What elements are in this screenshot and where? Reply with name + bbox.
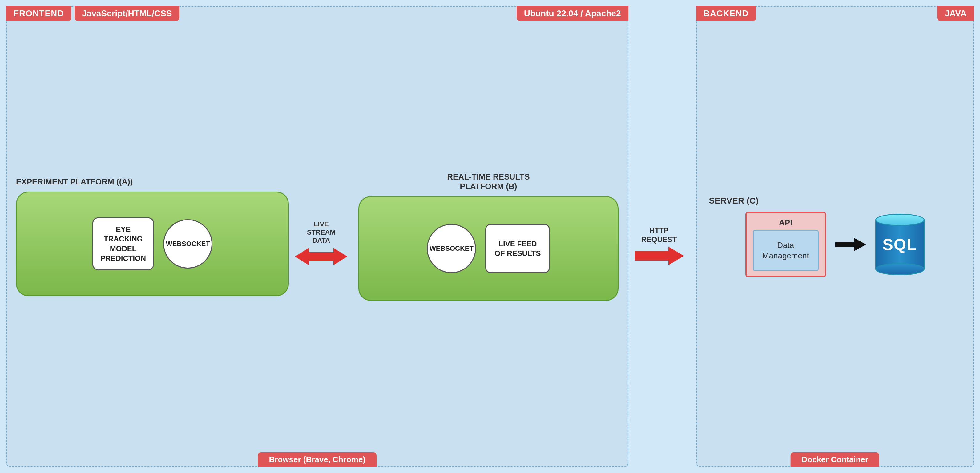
arrow-left-head [295, 248, 309, 265]
websocket-circle-a: WEBSOCKET [163, 219, 212, 269]
http-arrow-section: HTTP REQUEST [628, 6, 690, 467]
results-platform-wrap: REAL-TIME RESULTSPLATFORM (B) WEBSOCKET … [358, 172, 618, 301]
server-sql-row: API DataManagement SQL [706, 212, 964, 277]
arrow-right-head [333, 248, 347, 265]
experiment-platform-container: EYE TRACKINGMODELPREDICTION WEBSOCKET [16, 191, 289, 296]
websocket-circle-b: WEBSOCKET [427, 224, 476, 273]
db-arrow [835, 238, 866, 251]
cyl-top [875, 214, 924, 226]
eye-tracking-box: EYE TRACKINGMODELPREDICTION [92, 217, 154, 270]
http-arrow [635, 247, 684, 265]
main-layout: FRONTEND JavaScript/HTML/CSS Ubuntu 22.0… [6, 6, 974, 467]
cyl-body: SQL [875, 220, 924, 269]
live-feed-box: LIVE FEEDOF RESULTS [485, 224, 550, 273]
experiment-platform-label: EXPERIMENT PLATFORM ((A)) [16, 177, 289, 186]
results-platform-container: WEBSOCKET LIVE FEEDOF RESULTS [358, 196, 618, 301]
js-tech-tag: JavaScript/HTML/CSS [75, 6, 180, 21]
backend-inner: SERVER (C) API DataManagement [706, 196, 964, 277]
frontend-panel: FRONTEND JavaScript/HTML/CSS Ubuntu 22.0… [6, 6, 628, 467]
http-arrowhead [668, 247, 684, 265]
live-stream-arrow-section: LIVE STREAM DATA [289, 208, 353, 265]
sql-cylinder: SQL [875, 214, 924, 275]
browser-tag: Browser (Brave, Chrome) [258, 452, 377, 467]
db-arrow-shaft [835, 242, 854, 247]
results-platform-label: REAL-TIME RESULTSPLATFORM (B) [358, 172, 618, 191]
http-arrow-shaft [635, 251, 668, 261]
api-label: API [779, 218, 792, 228]
server-label: SERVER (C) [709, 196, 759, 206]
live-stream-label: LIVE STREAM DATA [307, 220, 336, 245]
backend-tag: BACKEND [696, 6, 756, 21]
experiment-platform-wrap: EXPERIMENT PLATFORM ((A)) EYE TRACKINGMO… [16, 177, 289, 296]
docker-tag: Docker Container [790, 452, 879, 467]
cyl-bottom [875, 263, 924, 275]
java-tag: JAVA [937, 6, 974, 21]
data-management-box: DataManagement [753, 230, 819, 271]
backend-panel: BACKEND JAVA Docker Container SERVER (C)… [696, 6, 974, 467]
http-request-label: HTTP REQUEST [641, 226, 677, 244]
platform-row: EXPERIMENT PLATFORM ((A)) EYE TRACKINGMO… [16, 28, 619, 445]
api-box: API DataManagement [745, 212, 826, 277]
arrow-shaft [309, 252, 333, 261]
os-tag: Ubuntu 22.04 / Apache2 [517, 6, 628, 21]
double-arrow [295, 248, 347, 265]
frontend-tag: FRONTEND [6, 6, 72, 21]
db-arrowhead [854, 238, 866, 251]
